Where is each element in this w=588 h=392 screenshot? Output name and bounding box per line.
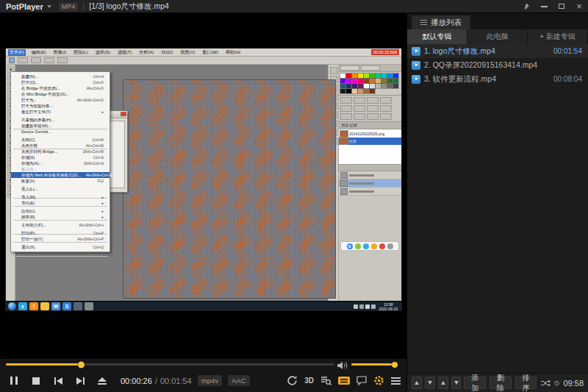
menu-item[interactable]: 在 Bridge 中浏览(B)... Alt+Ctrl+O xyxy=(11,85,110,91)
color-swatch[interactable] xyxy=(364,84,369,88)
menu-item[interactable]: 导入(M) ▸ xyxy=(11,194,110,200)
delete-button[interactable]: 删除 xyxy=(490,377,512,389)
color-swatch[interactable] xyxy=(364,89,369,93)
album-tab[interactable]: 默认专辑 xyxy=(407,29,467,44)
adjustment-icon[interactable] xyxy=(367,105,379,112)
menu-item[interactable]: 置入(L)... xyxy=(11,186,110,192)
menu-item[interactable]: 打印一份(Y) Alt+Shift+Ctrl+P xyxy=(11,236,110,242)
menu-item[interactable]: 打开(O)... Ctrl+O xyxy=(11,79,110,85)
album-tab[interactable]: + 新建专辑 xyxy=(528,29,588,44)
chat-button[interactable] xyxy=(356,376,367,385)
settings-button[interactable] xyxy=(373,375,384,386)
chevron-down-icon[interactable] xyxy=(47,5,51,8)
ps-menu-item[interactable]: 3D(D) xyxy=(159,49,174,56)
menu-item[interactable]: 创建新审核(W)... xyxy=(11,123,110,129)
menu-item[interactable]: 退出(X) Ctrl+Q xyxy=(11,244,110,250)
color-swatch[interactable] xyxy=(346,84,351,88)
recorder-icon[interactable]: S xyxy=(347,243,353,249)
move-top-button[interactable] xyxy=(412,377,422,389)
playlist-item[interactable]: 3. 软件更新流程.mp4 00:08:04 xyxy=(407,72,588,86)
adjustment-icon[interactable] xyxy=(380,105,392,112)
menu-button[interactable] xyxy=(391,377,401,385)
subtitle-button[interactable] xyxy=(338,377,350,385)
menu-item[interactable]: 新建(N)... Ctrl+N xyxy=(11,74,110,79)
video-codec-badge[interactable]: mp4v xyxy=(198,375,222,386)
menu-item[interactable]: 关闭全部 Alt+Ctrl+W xyxy=(11,143,110,149)
color-swatch[interactable] xyxy=(352,74,357,78)
subtitle-search-button[interactable] xyxy=(320,375,331,386)
color-swatch[interactable] xyxy=(381,74,387,78)
adjustment-icon[interactable] xyxy=(354,113,365,120)
color-swatch[interactable] xyxy=(340,79,345,83)
menu-item[interactable]: 关闭并转到 Bridge... Shift+Ctrl+W xyxy=(11,149,110,154)
panel-icon[interactable] xyxy=(330,67,337,74)
color-swatch[interactable] xyxy=(358,89,363,93)
menu-item[interactable]: 共享我的屏幕(H)... xyxy=(11,117,110,123)
color-swatch[interactable] xyxy=(393,79,398,83)
ps-menu-item[interactable]: 文件(F) xyxy=(8,49,26,56)
menu-item[interactable]: 存储(S) Ctrl+S xyxy=(11,154,110,160)
stop-button[interactable] xyxy=(25,371,47,391)
tray-icon[interactable] xyxy=(365,304,370,309)
menu-item[interactable]: 恢复(V) F12 xyxy=(11,178,110,184)
playlist-item[interactable]: 1. logo尺寸修改.mp4 00:01:54 xyxy=(407,44,588,58)
menu-item[interactable]: 打开为智能对象... xyxy=(11,103,110,109)
menu-item[interactable]: 存储为(A)... Shift+Ctrl+S xyxy=(11,160,110,166)
recorder-icon[interactable] xyxy=(363,243,369,249)
color-swatch[interactable] xyxy=(346,74,351,78)
close-button[interactable]: × xyxy=(570,0,588,13)
color-swatch[interactable] xyxy=(340,89,345,93)
minimize-button[interactable] xyxy=(535,0,553,13)
menu-item[interactable]: 自动(U) ▸ xyxy=(11,208,110,214)
previous-button[interactable] xyxy=(47,371,69,391)
panel-tab[interactable] xyxy=(361,65,380,71)
menu-item[interactable]: 打印(P)... Ctrl+P xyxy=(11,230,110,236)
tray-icon[interactable] xyxy=(359,304,364,309)
color-swatch[interactable] xyxy=(358,74,363,78)
recorder-icon[interactable] xyxy=(379,243,385,249)
layer-row[interactable] xyxy=(339,188,401,196)
taskbar-icon[interactable] xyxy=(74,302,82,310)
volume-slider[interactable] xyxy=(351,363,398,366)
color-swatch[interactable] xyxy=(370,89,375,93)
adjustment-icon[interactable] xyxy=(340,97,352,104)
ps-menu-item[interactable]: 帮助(H) xyxy=(224,49,242,56)
album-tab[interactable]: 此电脑 xyxy=(467,29,528,44)
menu-item[interactable]: 签入(I)... xyxy=(11,166,110,172)
color-swatch[interactable] xyxy=(352,84,357,88)
color-swatch[interactable] xyxy=(387,74,392,78)
color-swatch[interactable] xyxy=(358,79,363,83)
ps-menu-item[interactable]: 滤镜(T) xyxy=(116,49,134,56)
app-logo-text[interactable]: PotPlayer xyxy=(6,2,43,11)
layer-row[interactable] xyxy=(339,179,401,188)
adjustment-icon[interactable] xyxy=(380,97,392,104)
pin-button[interactable] xyxy=(517,0,535,13)
ps-menu-item[interactable]: 分析(A) xyxy=(137,49,155,56)
taskbar-icon[interactable]: S xyxy=(62,302,71,310)
adjustment-icon[interactable] xyxy=(354,97,365,104)
color-swatch[interactable] xyxy=(381,84,387,88)
adjustment-icon[interactable] xyxy=(380,113,392,120)
volume-icon[interactable] xyxy=(337,360,348,368)
panel-tab[interactable] xyxy=(340,65,359,71)
close-icon[interactable] xyxy=(121,112,126,116)
color-swatch[interactable] xyxy=(346,89,351,93)
color-swatch[interactable] xyxy=(340,84,345,88)
ps-menu-item[interactable]: 编辑(E) xyxy=(30,49,48,56)
adjustment-icon[interactable] xyxy=(367,97,379,104)
seek-handle[interactable] xyxy=(78,361,85,368)
color-swatch[interactable] xyxy=(387,84,392,88)
stereo-3d-button[interactable]: 3D xyxy=(304,377,314,385)
menu-item[interactable]: 关闭(C) Ctrl+W xyxy=(11,137,110,143)
adjustment-icon[interactable] xyxy=(340,105,352,112)
menu-item[interactable]: 文件简介(F)... Alt+Shift+Ctrl+I xyxy=(11,222,110,228)
maximize-button[interactable] xyxy=(553,0,570,13)
adjustment-icon[interactable] xyxy=(367,113,379,120)
ps-menu-item[interactable]: 选择(S) xyxy=(94,49,112,56)
ps-menu-item[interactable]: 视图(V) xyxy=(179,49,196,56)
color-swatch[interactable] xyxy=(370,79,375,83)
taskbar-icon[interactable] xyxy=(40,302,49,310)
tray-icon[interactable] xyxy=(354,304,358,309)
adjustment-icon[interactable] xyxy=(354,105,365,112)
seek-bar[interactable] xyxy=(6,363,334,366)
